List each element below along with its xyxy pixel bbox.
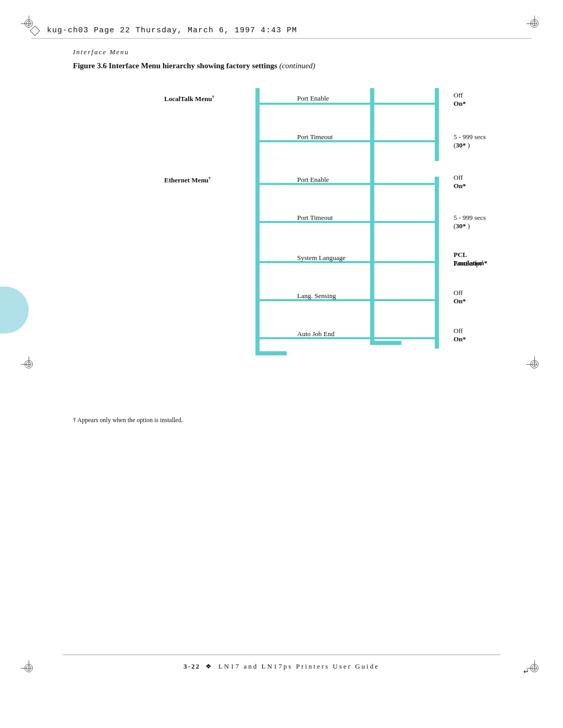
cyan-lt-pe-h (374, 103, 437, 105)
et-lang-sensing-item: Lang. Sensing (297, 292, 336, 300)
blue-blob-decoration (0, 287, 29, 334)
cyan-lt-h1 (260, 103, 370, 105)
footnote-text: † Appears only when the option is instal… (73, 416, 183, 424)
cyan-bottom-hbar (255, 351, 287, 355)
lt-port-enable-item: Port Enable (297, 94, 329, 103)
et-sl-ps-value: PostScript† (454, 259, 484, 268)
page: kug-ch03 Page 22 Thursday, March 6, 1997… (0, 0, 563, 728)
et-port-enable-item: Port Enable (297, 176, 329, 184)
lt-pe-on-value: On* (454, 100, 466, 108)
et-sys-lang-item: System Language (297, 254, 346, 262)
cyan-lt-pt-h (374, 140, 437, 142)
et-ls-off-value: Off (454, 289, 463, 297)
lt-port-timeout-item: Port Timeout (297, 133, 333, 141)
reg-mark-tr (527, 16, 542, 31)
lt-pe-off-value: Off (454, 91, 463, 100)
cyan-et-ls-h (374, 299, 437, 301)
footnote: † Appears only when the option is instal… (73, 416, 532, 424)
cyan-mid-vbar (370, 88, 374, 343)
diagram: LocalTalk Menu† Ethernet Menu† Port Enab… (73, 83, 490, 406)
section-label: Interface Menu (73, 48, 532, 56)
footer-rule (63, 655, 500, 655)
reg-mark-mr (527, 356, 542, 372)
bottom-arrow: ↵ (523, 668, 529, 676)
et-port-timeout-item: Port Timeout (297, 214, 333, 222)
footer-text: 3-22 ❖ LN17 and LN17ps Printers User Gui… (0, 662, 563, 671)
ethernet-menu-item: Ethernet Menu† (164, 176, 211, 184)
lt-pt-value: 5 - 999 secs (30* ) (454, 133, 490, 150)
et-pe-off-value: Off (454, 174, 463, 182)
et-pt-value: 5 - 999 secs (30* ) (454, 214, 490, 230)
et-aje-off-value: Off (454, 327, 463, 335)
et-aje-on-value: On* (454, 335, 466, 343)
cyan-mid-bottom-hbar (370, 341, 401, 345)
figure-title: Figure 3.6 Interface Menu hierarchy show… (73, 61, 532, 70)
cyan-right-vbar-et (435, 177, 439, 349)
et-auto-job-end-item: Auto Job End (297, 330, 335, 338)
localtalk-menu-item: LocalTalk Menu† (164, 94, 214, 103)
reg-mark-ml (21, 356, 36, 372)
cyan-main-vbar (255, 88, 260, 354)
cyan-et-sl-h (374, 261, 437, 263)
cyan-et-aje-h (374, 337, 437, 339)
et-ls-on-value: On* (454, 297, 466, 305)
figure-title-strong: Figure 3.6 Interface Menu hierarchy show… (73, 61, 277, 70)
figure-title-continued: (continued) (279, 61, 315, 70)
guide-title: LN17 and LN17ps Printers User Guide (218, 662, 380, 670)
cyan-right-vbar-lt (435, 88, 439, 161)
cyan-et-pe-h (374, 183, 437, 185)
cyan-et-pt-h (374, 221, 437, 223)
page-number: 3-22 (183, 662, 200, 670)
header-line: kug-ch03 Page 22 Thursday, March 6, 1997… (31, 26, 532, 39)
header-title: kug-ch03 Page 22 Thursday, March 6, 1997… (47, 26, 297, 35)
et-pe-on-value: On* (454, 182, 466, 190)
